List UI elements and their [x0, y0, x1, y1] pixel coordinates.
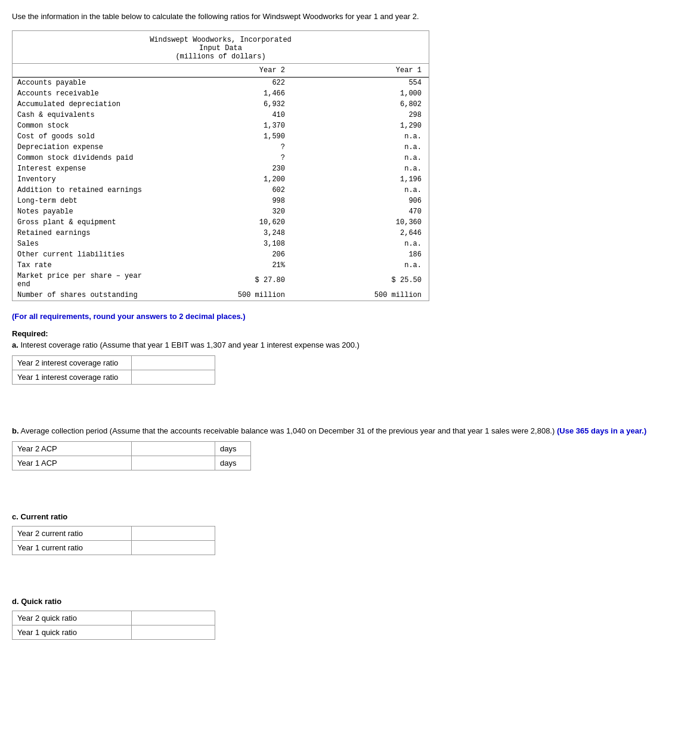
ratio-input-cell[interactable]	[132, 442, 215, 456]
row-year1: 6,802	[292, 99, 429, 110]
section-c-table: Year 2 current ratio Year 1 current rati…	[12, 526, 215, 555]
ratio-row: Year 2 interest coverage ratio	[13, 356, 215, 370]
row-year2: 602	[156, 185, 292, 196]
row-year2: 1,370	[156, 120, 292, 131]
table-row: Accounts receivable 1,466 1,000	[13, 88, 429, 99]
table-title-3: (millions of dollars)	[15, 52, 426, 61]
ratio-input[interactable]	[137, 628, 210, 637]
row-year1: 2,646	[292, 228, 429, 239]
row-label: Sales	[13, 239, 156, 249]
ratio-label: Year 2 interest coverage ratio	[13, 356, 132, 370]
row-label: Cash & equivalents	[13, 110, 156, 120]
table-row: Cost of goods sold 1,590 n.a.	[13, 131, 429, 142]
section-b-table: Year 2 ACP daysYear 1 ACP days	[12, 441, 251, 470]
table-row: Accumulated depreciation 6,932 6,802	[13, 99, 429, 110]
row-year2: 230	[156, 163, 292, 174]
section-b-label: b.	[12, 426, 19, 435]
row-label: Cost of goods sold	[13, 131, 156, 142]
ratio-row: Year 1 quick ratio	[13, 625, 215, 640]
ratio-label: Year 2 ACP	[13, 442, 132, 456]
row-label: Number of shares outstanding	[13, 290, 156, 301]
row-year2: 10,620	[156, 217, 292, 228]
table-title-2: Input Data	[15, 44, 426, 52]
row-year2: ?	[156, 153, 292, 163]
required-label: Required:	[12, 329, 688, 338]
row-label: Gross plant & equipment	[13, 217, 156, 228]
data-table-wrapper: Windswept Woodworks, Incorporated Input …	[12, 30, 429, 301]
row-year2: 21%	[156, 260, 292, 271]
row-label: Notes payable	[13, 206, 156, 217]
row-label: Common stock	[13, 120, 156, 131]
ratio-input[interactable]	[137, 529, 210, 538]
ratio-input-cell[interactable]	[132, 625, 215, 640]
table-row: Retained earnings 3,248 2,646	[13, 228, 429, 239]
section-b-text: Average collection period (Assume that t…	[20, 426, 555, 435]
row-label: Common stock dividends paid	[13, 153, 156, 163]
table-row: Market price per share – year end $ 27.8…	[13, 271, 429, 290]
table-header: Windswept Woodworks, Incorporated Input …	[13, 31, 429, 64]
ratio-row: Year 2 ACP days	[13, 442, 251, 456]
ratio-input[interactable]	[137, 459, 210, 467]
ratio-input-cell[interactable]	[132, 456, 215, 470]
row-year2: $ 27.80	[156, 271, 292, 290]
ratio-input-cell[interactable]	[132, 527, 215, 541]
row-label: Retained earnings	[13, 228, 156, 239]
table-row: Accounts payable 622 554	[13, 78, 429, 89]
ratio-input-cell[interactable]	[132, 611, 215, 625]
ratio-input-cell[interactable]	[132, 370, 215, 385]
ratio-row: Year 1 interest coverage ratio	[13, 370, 215, 385]
row-label: Addition to retained earnings	[13, 185, 156, 196]
row-year1: n.a.	[292, 185, 429, 196]
section-c-title: c. Current ratio	[12, 512, 688, 521]
ratio-row: Year 1 current ratio	[13, 541, 215, 555]
row-year1: 298	[292, 110, 429, 120]
ratio-input-cell[interactable]	[132, 356, 215, 370]
row-year1: 1,290	[292, 120, 429, 131]
row-year1: n.a.	[292, 142, 429, 153]
row-year1: 186	[292, 249, 429, 260]
section-c-label: c.	[12, 512, 18, 521]
row-year1: n.a.	[292, 260, 429, 271]
row-year2: 320	[156, 206, 292, 217]
row-label: Accounts payable	[13, 78, 156, 89]
ratio-input[interactable]	[137, 373, 210, 382]
ratio-input[interactable]	[137, 543, 210, 552]
ratio-input[interactable]	[137, 358, 210, 367]
table-row: Common stock dividends paid ? n.a.	[13, 153, 429, 163]
ratio-input[interactable]	[137, 444, 210, 453]
ratio-label: Year 1 interest coverage ratio	[13, 370, 132, 385]
row-year1: n.a.	[292, 131, 429, 142]
table-title-1: Windswept Woodworks, Incorporated	[15, 36, 426, 44]
intro-text: Use the information in the table below t…	[12, 12, 688, 21]
row-label: Accounts receivable	[13, 88, 156, 99]
table-row: Notes payable 320 470	[13, 206, 429, 217]
row-year1: $ 25.50	[292, 271, 429, 290]
ratio-label: Year 2 current ratio	[13, 527, 132, 541]
row-year1: n.a.	[292, 153, 429, 163]
row-label: Other current liabilities	[13, 249, 156, 260]
ratio-label: Year 1 quick ratio	[13, 625, 132, 640]
section-d-label: d.	[12, 597, 19, 606]
ratio-unit: days	[215, 442, 251, 456]
ratio-row: Year 1 ACP days	[13, 456, 251, 470]
ratio-label: Year 2 quick ratio	[13, 611, 132, 625]
ratio-input[interactable]	[137, 614, 210, 623]
table-row: Interest expense 230 n.a.	[13, 163, 429, 174]
ratio-label: Year 1 ACP	[13, 456, 132, 470]
table-row: Long-term debt 998 906	[13, 196, 429, 206]
row-year2: 500 million	[156, 290, 292, 301]
col-year1-header: Year 1	[292, 64, 429, 78]
section-b-colored: (Use 365 days in a year.)	[557, 426, 646, 435]
section-d-title: d. Quick ratio	[12, 597, 688, 606]
row-year1: 500 million	[292, 290, 429, 301]
ratio-input-cell[interactable]	[132, 541, 215, 555]
row-label: Depreciation expense	[13, 142, 156, 153]
section-c: c. Current ratio Year 2 current ratio Ye…	[12, 512, 688, 555]
row-year1: 906	[292, 196, 429, 206]
section-a-label: a.	[12, 340, 18, 349]
section-b: b. Average collection period (Assume tha…	[12, 426, 688, 470]
row-year2: 3,108	[156, 239, 292, 249]
table-row: Depreciation expense ? n.a.	[13, 142, 429, 153]
data-table: Year 2 Year 1 Accounts payable 622 554 A…	[13, 64, 429, 301]
row-year1: n.a.	[292, 239, 429, 249]
